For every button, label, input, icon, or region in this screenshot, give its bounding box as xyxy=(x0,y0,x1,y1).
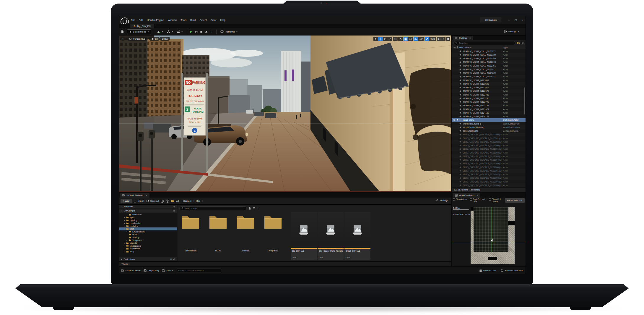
outliner-row-bldg-ground-decals-n100000-ur[interactable]: BLDG_GROUND_DECALS_N100000 (Ur Actor xyxy=(452,133,526,136)
checkbox-show-cell-coords[interactable]: Show Cell Coords xyxy=(489,198,507,203)
play-button[interactable] xyxy=(189,30,193,34)
save-all-button[interactable]: Save All xyxy=(146,200,159,203)
new-folder-icon[interactable] xyxy=(517,41,520,45)
eye-icon[interactable] xyxy=(453,119,456,121)
outliner-row-traffic-light-n123622[interactable]: TRAFFIC_LIGHT_N123622 Actor xyxy=(452,86,526,89)
menu-houdini-engine[interactable]: Houdini Engine xyxy=(147,19,164,22)
search-icon[interactable] xyxy=(173,210,175,212)
outliner-row-bldg-ground-decals-n100001-ur[interactable]: BLDG_GROUND_DECALS_N100001 (Ur Actor xyxy=(452,136,526,140)
expand-arrow-icon[interactable]: ▸ xyxy=(123,225,125,227)
collections-header[interactable]: ▸Collections ⊕ xyxy=(119,257,177,261)
scale-tool[interactable] xyxy=(388,37,392,41)
expand-arrow-icon[interactable]: ▸ xyxy=(123,245,125,247)
surface-snap-toggle[interactable] xyxy=(398,37,403,41)
checkbox-bugitgo-load-cells[interactable]: BugItGo Load Cells xyxy=(470,198,489,203)
menu-edit[interactable]: Edit xyxy=(139,19,143,22)
move-tool[interactable] xyxy=(378,37,383,41)
tree-item-startup[interactable]: Startup xyxy=(119,236,177,239)
asset-big-city-lvl[interactable]: Big_City_LVL Level xyxy=(291,212,317,260)
outliner-row-traffic-light-coll-n123743[interactable]: TRAFFIC_LIGHT_COLL_N123743 Actor xyxy=(452,60,526,64)
outliner-row-bldg-ground-decals-n102004-ur[interactable]: BLDG_GROUND_DECALS_N102004 (Ur Actor xyxy=(452,180,526,183)
platforms-dropdown[interactable]: Platforms ▼ xyxy=(219,29,240,34)
folder-tile-environment[interactable]: Environment xyxy=(179,212,202,260)
outliner-row-bldg-ground-decals-n101003-ur[interactable]: BLDG_GROUND_DECALS_N101003 (Ur Actor xyxy=(452,154,526,158)
tree-item-input[interactable]: ▸ Input xyxy=(119,216,177,219)
outliner-search-input[interactable]: Search... xyxy=(453,41,515,45)
output-log-button[interactable]: Output Log xyxy=(144,269,159,272)
show-dropdown[interactable]: Show xyxy=(160,37,170,41)
camera-speed-value[interactable]: 4 xyxy=(441,38,445,40)
outliner-row-zonegraphdata[interactable]: ZoneGraphData ZoneGraphData xyxy=(452,129,526,133)
tree-item-material[interactable]: ▸ Material xyxy=(119,242,177,245)
settings-dropdown[interactable]: Settings ▼ xyxy=(502,29,521,34)
select-tool[interactable] xyxy=(373,37,378,41)
breadcrumb-map[interactable]: Map xyxy=(196,200,201,202)
outliner-row-bldg-ground-decals-n102000-ur[interactable]: BLDG_GROUND_DECALS_N102000 (Ur Actor xyxy=(452,165,526,169)
tree-item-megascans[interactable]: ▸ Megascans xyxy=(119,245,177,248)
menu-file[interactable]: File xyxy=(131,19,135,22)
scale-snap-toggle[interactable] xyxy=(425,37,429,41)
tab-world-partition[interactable]: World Partition × xyxy=(453,193,480,198)
maximize-icon[interactable]: ▢ xyxy=(514,19,517,22)
tree-item-map[interactable]: ▾ Map xyxy=(119,227,177,230)
source-control-button[interactable]: Source Control Off xyxy=(500,269,523,272)
expand-arrow-icon[interactable]: ▸ xyxy=(123,222,125,224)
outliner-row-traffic-light-n124130[interactable]: TRAFFIC_LIGHT_N124130 Actor xyxy=(452,111,526,114)
outliner-row-bldg-ground-decals-n102002-ur[interactable]: BLDG_GROUND_DECALS_N102002 (Ur Actor xyxy=(452,173,526,176)
outliner-row-bldg-ground-decals-n101004-ur[interactable]: BLDG_GROUND_DECALS_N101004 (Ur Actor xyxy=(452,158,526,162)
level-viewport[interactable]: NO PARKING 9AM to 11AM TUESDAY STREET CL… xyxy=(119,35,451,192)
outliner-row-traffic-light-coll-n123739[interactable]: TRAFFIC_LIGHT_COLL_N123739 Actor xyxy=(452,53,526,56)
tab-content-browser[interactable]: Content Browser × xyxy=(120,193,149,198)
asset-small-city-lvl[interactable]: Small_City_LVL Level xyxy=(344,212,370,260)
grid-snap-toggle[interactable] xyxy=(404,37,408,41)
column-item-label[interactable]: Item Label ▲ xyxy=(459,46,503,49)
blueprints-dropdown[interactable]: ▼ xyxy=(165,29,175,34)
menu-select[interactable]: Select xyxy=(200,19,207,22)
console-command-input[interactable]: Enter Console Command xyxy=(177,269,221,272)
tree-item-localization[interactable]: ▸ Localization xyxy=(119,222,177,225)
tree-item-lookdev[interactable]: ▸ Lookdev xyxy=(119,224,177,227)
tree-item-lighting[interactable]: ▸ Lighting xyxy=(119,219,177,222)
menu-window[interactable]: Window xyxy=(168,19,177,22)
breadcrumb-all[interactable]: All xyxy=(176,200,179,202)
folder-tile-startup[interactable]: Startup xyxy=(234,212,257,260)
cmd-dropdown[interactable]: Cmd ▼ xyxy=(162,269,174,272)
column-type[interactable]: Type xyxy=(503,46,526,49)
search-icon[interactable] xyxy=(173,206,175,208)
outliner-settings-icon[interactable] xyxy=(521,41,524,45)
asset-city-open-world-template[interactable]: City_Open_World_Template Level xyxy=(318,212,344,260)
close-icon[interactable]: × xyxy=(522,19,523,22)
tab-big-city-lvl[interactable]: Big_City_LVL xyxy=(130,24,154,28)
outliner-row-worldpartitionminimap[interactable]: WorldPartitionMiniMap WorldPartitionMin xyxy=(452,125,526,129)
outliner-row-traffic-light-coll-n123672[interactable]: TRAFFIC_LIGHT_COLL_N123672 Actor xyxy=(452,49,526,53)
import-button[interactable]: Import xyxy=(134,200,144,203)
menu-build[interactable]: Build xyxy=(190,19,196,22)
viewport-options-menu[interactable]: ≡ xyxy=(121,37,125,41)
outliner-row-traffic-light-n123751[interactable]: TRAFFIC_LIGHT_N123751 Actor xyxy=(452,104,526,107)
cinematics-dropdown[interactable]: ▼ xyxy=(175,29,185,34)
breadcrumb-content[interactable]: Content xyxy=(183,200,191,202)
back-icon[interactable] xyxy=(160,199,164,203)
menu-actor[interactable]: Actor xyxy=(211,19,217,22)
outliner-row-bldg-ground-decals-n102005-ur[interactable]: BLDG_GROUND_DECALS_N102005 (Ur Actor xyxy=(452,183,526,187)
pin-icon[interactable] xyxy=(456,46,459,49)
folder-tile-templates[interactable]: Templates xyxy=(261,212,284,260)
outliner-row-traffic-light-n123740[interactable]: TRAFFIC_LIGHT_N123740 Actor xyxy=(452,96,526,100)
skip-frame-button[interactable] xyxy=(195,30,198,33)
expand-arrow-icon[interactable]: ▸ xyxy=(123,219,125,221)
menu-help[interactable]: Help xyxy=(220,19,225,22)
filter-icon[interactable] xyxy=(253,207,256,210)
tree-item-templates[interactable]: ▸ Templates xyxy=(119,239,177,242)
outliner-row-worlddatalayers-1[interactable]: WorldDataLayers-1 WorldDataLayers xyxy=(452,122,526,125)
outliner-row-traffic-light-coll-n124131[interactable]: TRAFFIC_LIGHT_COLL_N124131 Actor xyxy=(452,75,526,78)
lit-dropdown[interactable]: Lit xyxy=(149,37,160,41)
add-collection-icon[interactable]: ⊕ xyxy=(170,258,172,261)
viewport-layout-button[interactable] xyxy=(445,37,450,41)
outliner-row-bldg-ground-decals-n101002-ur[interactable]: BLDG_GROUND_DECALS_N101002 (Ur Actor xyxy=(452,151,526,154)
world-partition-minimap[interactable] xyxy=(471,207,515,264)
expand-arrow-icon[interactable]: ▸ xyxy=(126,231,128,232)
outliner-row-traffic-light-n123457[interactable]: TRAFFIC_LIGHT_N123457 Actor xyxy=(452,78,526,82)
content-drawer-button[interactable]: Content Drawer xyxy=(121,269,141,272)
outliner-row-traffic-light-coll-n123751[interactable]: TRAFFIC_LIGHT_COLL_N123751 Actor xyxy=(452,64,526,67)
derived-data-button[interactable]: Derived Data xyxy=(479,269,496,272)
